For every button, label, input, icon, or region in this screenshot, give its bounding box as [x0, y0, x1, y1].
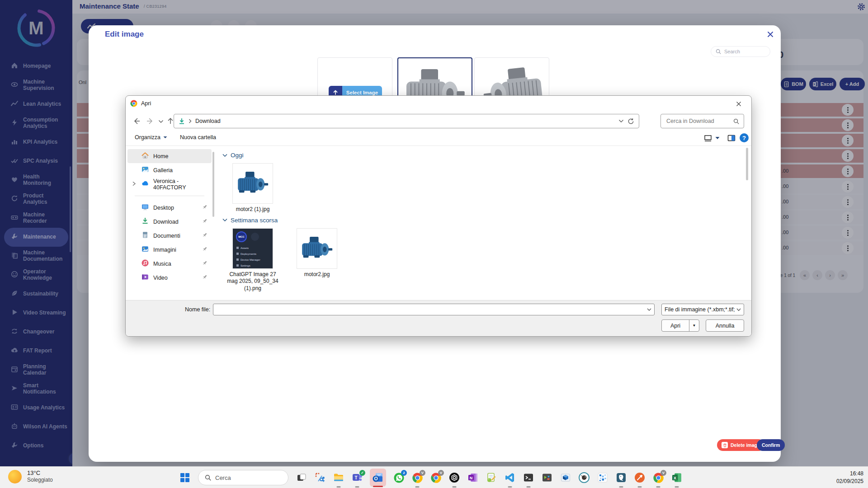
taskbar-icon-teams[interactable]: T✓ [351, 472, 363, 483]
view-mode-chevron[interactable] [715, 136, 720, 140]
taskbar-icon-chatgpt[interactable] [448, 472, 460, 483]
dialog-search-input[interactable] [665, 117, 733, 125]
dialog-title: Apri [141, 100, 151, 107]
win-pics-icon [141, 245, 149, 254]
address-dropdown-chevron[interactable] [618, 119, 624, 123]
chevron-down-icon [222, 218, 227, 222]
nav-item-veronica-40factory[interactable]: Veronica - 40FACTORY [127, 177, 212, 191]
nav-item-label: Immagini [153, 247, 176, 253]
taskbar-icon-postgres[interactable] [615, 472, 627, 483]
dialog-search[interactable] [660, 114, 744, 128]
clock-time: 16:48 [827, 470, 863, 478]
open-button[interactable]: Apri ▼ [661, 319, 699, 332]
dialog-close-icon[interactable] [734, 99, 743, 108]
address-location: Download [195, 118, 221, 124]
forward-button[interactable] [146, 117, 155, 125]
open-split-chevron[interactable]: ▼ [689, 320, 699, 331]
nav-item-label: Video [153, 275, 168, 281]
open-label: Apri [662, 323, 689, 329]
content-scrollbar[interactable] [746, 148, 748, 180]
file-item[interactable]: motor2.jpg [290, 228, 344, 278]
running-indicator [373, 486, 383, 487]
taskbar-icon-data-tool[interactable] [597, 472, 609, 483]
taskbar-icon-vscode[interactable] [504, 472, 516, 483]
modal-search-placeholder: Search [724, 49, 740, 54]
new-folder-button[interactable]: Nuova cartella [180, 134, 216, 141]
filename-dropdown-chevron[interactable] [644, 304, 654, 315]
file-item[interactable]: motor2 (1).jpg [226, 163, 279, 213]
search-icon [716, 49, 721, 54]
nav-item-musica[interactable]: Musica [127, 257, 212, 271]
new-folder-label: Nuova cartella [180, 134, 216, 141]
nav-item-home[interactable]: Home [127, 149, 212, 163]
nav-item-label: Galleria [153, 167, 173, 174]
modal-close-icon[interactable] [766, 30, 776, 40]
running-indicator [656, 486, 660, 488]
taskbar-icon-virtualbox[interactable] [560, 472, 571, 483]
svg-text:T: T [354, 475, 357, 480]
recent-locations-chevron[interactable] [158, 120, 164, 123]
delete-image-label: Delete image [731, 442, 760, 448]
taskbar-icon-chrome[interactable]: V [411, 472, 423, 483]
start-button[interactable] [179, 472, 191, 483]
nav-item-galleria[interactable]: Galleria [127, 163, 212, 177]
chevron-down-icon [222, 154, 227, 157]
win-music-icon [141, 259, 149, 268]
taskbar-icon-chrome[interactable]: V [652, 472, 664, 483]
files-group-header[interactable]: Settimana scorsa [222, 217, 743, 224]
svg-text:O: O [374, 476, 377, 481]
dialog-titlebar[interactable] [126, 96, 751, 111]
file-thumbnail [297, 228, 337, 269]
weather-widget[interactable]: 13°C Soleggiato [8, 469, 53, 483]
help-icon[interactable]: ? [740, 133, 749, 142]
taskbar-icon-task-view[interactable] [296, 472, 307, 483]
taskbar-icon-snipping-tool[interactable] [314, 472, 326, 483]
nav-item-documenti[interactable]: Documenti [127, 229, 212, 243]
file-thumbnail [232, 163, 273, 204]
filename-input[interactable] [213, 306, 644, 313]
filetype-select[interactable]: File di immagine (*.xbm;*.tif;*.jf [661, 304, 744, 315]
taskbar-icon-anaconda[interactable] [634, 472, 646, 483]
taskbar-icon-chrome[interactable]: V [430, 472, 442, 483]
taskbar-icon-file-explorer[interactable] [333, 472, 344, 483]
refresh-icon[interactable] [627, 118, 634, 125]
taskbar-icon-notepadpp[interactable] [486, 472, 497, 483]
taskbar-icon-terminal[interactable] [523, 472, 534, 483]
nav-item-immagini[interactable]: Immagini [127, 243, 212, 257]
address-bar[interactable]: Download [174, 114, 639, 128]
taskbar-icon-dbeaver[interactable] [578, 472, 590, 483]
nav-scrollbar[interactable] [212, 152, 214, 217]
win-gallery-icon [141, 165, 149, 175]
taskbar-search[interactable]: Cerca [198, 470, 288, 485]
confirm-button[interactable]: Confirm [757, 439, 785, 451]
modal-title: Edit image [105, 30, 144, 39]
taskbar-icon-powertoys[interactable] [541, 472, 553, 483]
running-indicator [453, 486, 457, 488]
pin-icon [202, 232, 208, 239]
back-button[interactable] [132, 117, 141, 125]
file-name: ChatGPT Image 27 mag 2025, 09_50_34 (1).… [226, 271, 279, 292]
pin-icon [202, 204, 208, 211]
nav-item-download[interactable]: Download [127, 215, 212, 229]
pin-icon [202, 246, 208, 253]
files-group-label: Oggi [231, 152, 244, 159]
taskbar-icon-excel[interactable]: X [671, 472, 683, 483]
nav-item-video[interactable]: Video [127, 271, 212, 285]
view-mode-button[interactable] [703, 134, 712, 143]
clock[interactable]: 16:48 02/09/2025 [827, 470, 863, 485]
expand-chevron-icon[interactable] [132, 181, 136, 188]
file-item[interactable]: MCCAssetsDeploymentsDevice ManagerSettin… [226, 228, 279, 292]
search-icon [205, 474, 211, 481]
files-group-header[interactable]: Oggi [222, 152, 743, 159]
running-indicator [508, 486, 512, 488]
taskbar-icon-outlook[interactable]: O [370, 469, 386, 487]
pin-icon [202, 218, 208, 225]
trash-icon [722, 442, 728, 448]
taskbar-icon-whatsapp[interactable]: 2 [393, 472, 405, 483]
taskbar-icon-onenote[interactable]: N [467, 472, 479, 483]
nav-item-desktop[interactable]: Desktop [127, 201, 212, 215]
preview-pane-button[interactable] [727, 134, 736, 143]
organize-button[interactable]: Organizza [135, 134, 167, 141]
cancel-button[interactable]: Annulla [706, 319, 744, 332]
modal-search-input[interactable]: Search [711, 46, 770, 57]
